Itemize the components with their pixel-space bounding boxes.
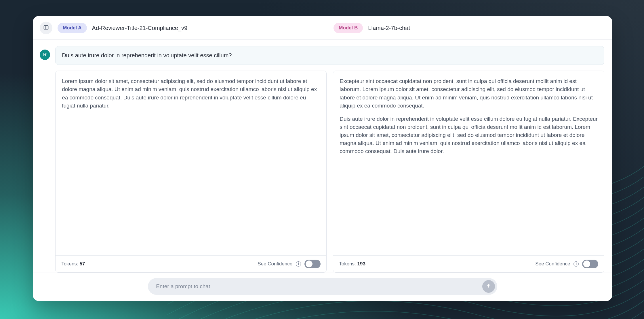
info-icon[interactable]: i [573,261,579,267]
response-b-body: Excepteur sint occaecat cupidatat non pr… [333,71,604,255]
response-model-b: Excepteur sint occaecat cupidatat non pr… [333,71,604,273]
toggle-knob [583,261,590,267]
response-a-body: Lorem ipsum dolor sit amet, consectetur … [56,71,326,255]
user-prompt-bubble: Duis aute irure dolor in reprehenderit i… [55,46,604,65]
user-prompt-row: R Duis aute irure dolor in reprehenderit… [40,46,604,65]
model-a-name: Ad-Reviewer-Title-21-Compliance_v9 [92,25,188,31]
confidence-b-toggle[interactable] [582,260,598,268]
toggle-sidebar-button[interactable] [40,22,52,34]
tokens-a-label: Tokens: [61,261,79,267]
model-b-group: Model B Llama-2-7b-chat [334,23,604,33]
confidence-a-label: See Confidence [258,261,292,267]
confidence-b-label: See Confidence [535,261,570,267]
model-a-pill: Model A [58,23,87,33]
response-a-paragraph: Lorem ipsum dolor sit amet, consectetur … [62,77,320,110]
responses-grid: Lorem ipsum dolor sit amet, consectetur … [40,71,604,273]
toggle-knob [306,261,313,267]
info-icon[interactable]: i [296,261,301,267]
user-avatar: R [40,50,50,60]
tokens-a-value: 57 [79,261,85,267]
tokens-b: Tokens: 193 [339,261,365,267]
conversation-body: R Duis aute irure dolor in reprehenderit… [33,40,612,273]
model-a-group: Model A Ad-Reviewer-Title-21-Compliance_… [58,23,328,33]
confidence-b-group: See Confidence i [535,260,598,268]
response-a-footer: Tokens: 57 See Confidence i [56,255,326,272]
confidence-a-group: See Confidence i [258,260,321,268]
panel-icon [43,24,49,31]
confidence-a-toggle[interactable] [304,260,321,268]
arrow-up-icon [486,283,491,290]
send-button[interactable] [482,280,495,293]
tokens-b-label: Tokens: [339,261,357,267]
footer [33,273,612,301]
response-b-footer: Tokens: 193 See Confidence i [333,255,604,272]
response-b-paragraph-1: Excepteur sint occaecat cupidatat non pr… [340,77,598,110]
response-model-a: Lorem ipsum dolor sit amet, consectetur … [55,71,327,273]
prompt-input-wrap [148,278,497,295]
prompt-input[interactable] [156,280,478,293]
svg-rect-0 [44,26,48,29]
app-card: Model A Ad-Reviewer-Title-21-Compliance_… [33,16,612,301]
response-b-paragraph-2: Duis aute irure dolor in reprehenderit i… [340,115,598,156]
model-b-name: Llama-2-7b-chat [368,25,410,31]
model-b-pill: Model B [334,23,363,33]
tokens-b-value: 193 [357,261,365,267]
tokens-a: Tokens: 57 [61,261,85,267]
header: Model A Ad-Reviewer-Title-21-Compliance_… [33,16,612,40]
